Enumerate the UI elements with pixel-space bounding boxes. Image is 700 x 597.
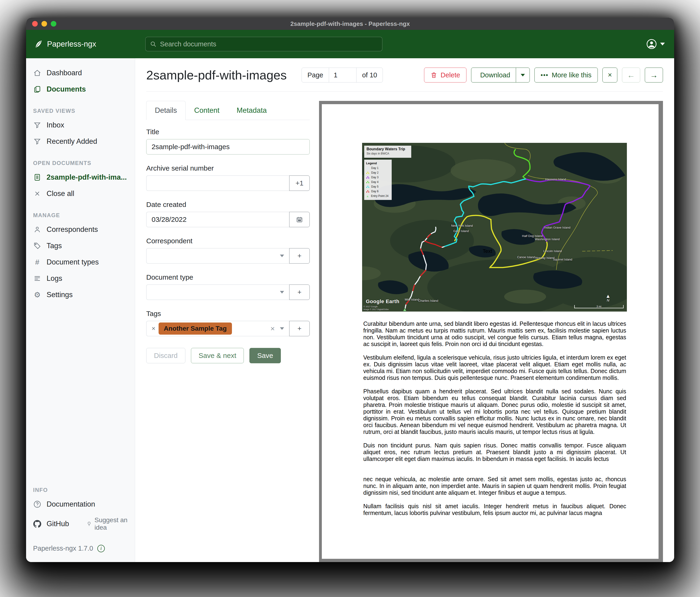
add-document-type-button[interactable]: + xyxy=(289,285,310,300)
brand-name: Paperless-ngx xyxy=(47,40,96,48)
app-window: 2sample-pdf-with-images - Paperless-ngx … xyxy=(26,18,674,562)
title-field[interactable] xyxy=(146,139,310,154)
document-type-select[interactable] xyxy=(146,285,289,300)
map-place-label: Mile Island xyxy=(405,298,419,301)
main-panel: 2sample-pdf-with-images Page of 10 Delet… xyxy=(135,58,674,562)
sidebar-item-close-all[interactable]: Close all xyxy=(26,186,135,202)
tags-select[interactable]: × Another Sample Tag × xyxy=(146,321,289,336)
sidebar-item-label: Settings xyxy=(47,291,73,299)
sidebar: Dashboard Documents SAVED VIEWS Inbox Re… xyxy=(26,58,135,562)
sidebar-item-logs[interactable]: Logs xyxy=(26,270,135,287)
map-legend: Legend Day 1 xyxy=(364,160,392,200)
calendar-icon xyxy=(296,216,303,223)
info-icon[interactable]: i xyxy=(97,545,105,552)
search-box[interactable] xyxy=(145,37,382,51)
tab-content[interactable]: Content xyxy=(185,101,228,120)
sidebar-item-settings[interactable]: ⚙ Settings xyxy=(26,287,135,303)
user-menu[interactable] xyxy=(646,39,665,49)
map-place-label: Squirrel Island xyxy=(553,258,572,261)
arrow-left-icon: ← xyxy=(627,71,635,80)
map-terrain xyxy=(362,143,627,312)
download-button[interactable]: Download xyxy=(471,68,516,82)
clear-tags-icon[interactable]: × xyxy=(270,325,275,332)
track-marker-icon xyxy=(366,167,369,169)
user-avatar-icon xyxy=(646,39,657,49)
map-title-box: Boundary Waters Trip Six days in BWCA xyxy=(364,146,411,158)
close-document-button[interactable]: × xyxy=(602,68,617,82)
sidebar-item-document-types[interactable]: # Document types xyxy=(26,254,135,270)
document-paragraph: Phasellus dapibus quam a hendrerit place… xyxy=(363,388,626,435)
discard-button[interactable]: Discard xyxy=(146,348,185,363)
entry-point-icon: ▲ xyxy=(366,195,369,198)
download-options-button[interactable] xyxy=(516,68,529,82)
sidebar-item-label: Documentation xyxy=(47,500,95,508)
legend-title: Legend xyxy=(366,162,390,165)
sidebar-item-inbox[interactable]: Inbox xyxy=(26,117,135,133)
brand[interactable]: Paperless-ngx xyxy=(26,39,96,49)
map-scale-bar: 3 mi xyxy=(574,305,624,308)
sidebar-item-label: Inbox xyxy=(47,121,64,129)
download-split-button: Download xyxy=(471,68,530,82)
sidebar-item-tags[interactable]: Tags xyxy=(26,238,135,254)
close-icon xyxy=(33,189,42,198)
sidebar-item-github-label[interactable]: GitHub xyxy=(47,520,69,528)
close-window-button[interactable] xyxy=(32,21,38,27)
map-title: Boundary Waters Trip xyxy=(367,147,409,151)
hash-icon: # xyxy=(33,258,42,266)
more-like-this-button[interactable]: ••• More like this xyxy=(534,68,598,82)
tag-chip[interactable]: Another Sample Tag xyxy=(158,323,232,335)
sidebar-item-label: Close all xyxy=(47,189,74,198)
page-number-input[interactable] xyxy=(329,68,356,82)
trash-icon xyxy=(430,72,437,78)
chevron-down-icon xyxy=(280,327,284,330)
search-input[interactable] xyxy=(160,40,378,48)
previous-document-button[interactable]: ← xyxy=(622,68,640,82)
delete-button[interactable]: Delete xyxy=(424,68,467,82)
save-button[interactable]: Save xyxy=(249,348,281,363)
legend-entry: Day 2 xyxy=(366,171,390,174)
save-and-next-button[interactable]: Save & next xyxy=(191,348,244,363)
legend-entry: Day 4 xyxy=(366,181,390,184)
tab-details[interactable]: Details xyxy=(146,101,185,120)
sidebar-item-recently-added[interactable]: Recently Added xyxy=(26,133,135,150)
map-place-label: Hausons Island xyxy=(545,177,566,181)
tab-metadata[interactable]: Metadata xyxy=(228,101,275,120)
document-paragraph: Nullam facilisis quis nisl sit amet iacu… xyxy=(363,503,626,517)
legend-entries: Day 1 Day 2 xyxy=(366,166,390,193)
track-marker-icon xyxy=(366,171,369,174)
sidebar-item-documentation[interactable]: Documentation xyxy=(26,496,135,512)
next-document-button[interactable]: → xyxy=(645,68,663,82)
remove-tag-icon[interactable]: × xyxy=(152,325,155,332)
google-earth-watermark: Google Earth xyxy=(366,298,399,305)
sidebar-item-correspondents[interactable]: Correspondents xyxy=(26,221,135,238)
legend-entry: Day 5 xyxy=(366,185,390,188)
dots-icon: ••• xyxy=(541,72,548,79)
date-created-field[interactable] xyxy=(146,212,289,227)
track-marker-icon xyxy=(366,186,369,188)
pdf-preview-pane[interactable]: Boundary Waters Trip Six days in BWCA Le… xyxy=(319,101,663,562)
sidebar-item-dashboard[interactable]: Dashboard xyxy=(26,65,135,81)
filter-icon xyxy=(33,137,42,146)
map-place-label: Canoe Island xyxy=(517,255,535,259)
github-icon[interactable] xyxy=(33,520,42,528)
asn-field[interactable] xyxy=(146,175,289,191)
document-paragraph: nec neque vehicula, ac molestie ante orn… xyxy=(363,476,626,496)
asn-plus-one-button[interactable]: +1 xyxy=(289,175,310,191)
zoom-window-button[interactable] xyxy=(51,21,56,27)
home-icon xyxy=(33,69,42,77)
add-tag-button[interactable]: + xyxy=(289,321,310,336)
title-field-label: Title xyxy=(146,128,310,136)
pdf-page: Boundary Waters Trip Six days in BWCA Le… xyxy=(322,104,658,559)
chevron-down-icon xyxy=(521,74,525,76)
sidebar-item-label: Dashboard xyxy=(47,69,82,77)
document-map-figure: Boundary Waters Trip Six days in BWCA Le… xyxy=(362,143,627,312)
minimize-window-button[interactable] xyxy=(42,21,47,27)
correspondent-select[interactable] xyxy=(146,248,289,264)
sidebar-item-documents[interactable]: Documents xyxy=(26,81,135,97)
document-text: Curabitur bibendum ante urna, sed blandi… xyxy=(363,320,626,523)
sidebar-item-suggest-idea[interactable]: Suggest an idea xyxy=(86,517,128,531)
filter-icon xyxy=(33,121,42,129)
sidebar-item-open-document[interactable]: 2sample-pdf-with-ima... xyxy=(26,169,135,186)
calendar-button[interactable] xyxy=(289,212,310,227)
add-correspondent-button[interactable]: + xyxy=(289,248,310,264)
